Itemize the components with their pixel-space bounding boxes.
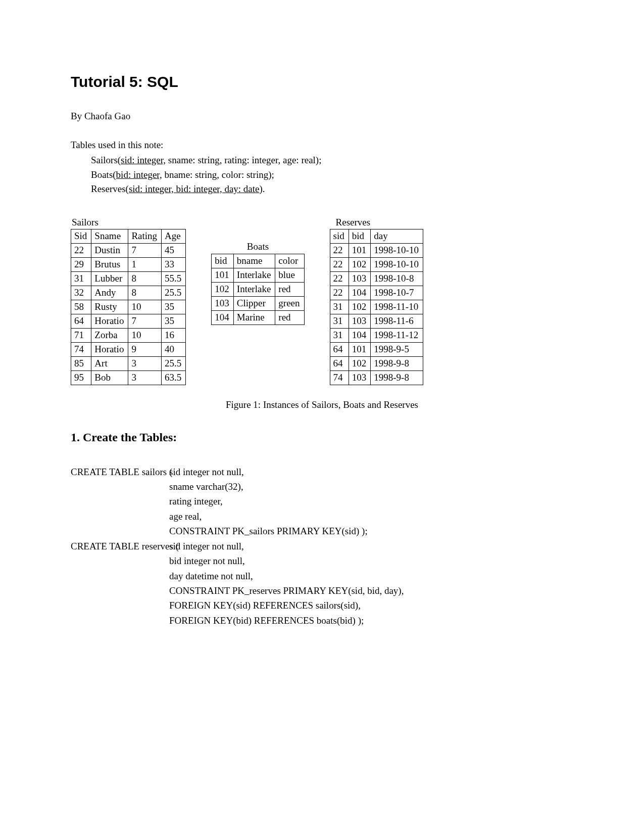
boats-cell: Marine [233,310,275,325]
reserves-cell: 31 [330,314,349,328]
sailors-cell: 3 [128,370,162,385]
boats-header-cell: bid [212,254,234,268]
sailors-header-cell: Sid [71,229,91,243]
table-row: 221031998-10-8 [330,271,423,286]
reserves-cell: 1998-10-10 [371,257,423,271]
table-row: 311031998-11-6 [330,314,423,328]
reserves-cell: 31 [330,300,349,314]
sailors-cell: Rusty [91,300,128,314]
sailors-cell: 8 [128,286,162,300]
boats-cell: 103 [212,296,234,310]
reserves-cell: 101 [349,243,371,257]
reserves-cell: 103 [349,271,371,286]
table-row: 101Interlakeblue [212,268,304,282]
sailors-cell: 35 [162,314,186,328]
reserves-cell: 31 [330,328,349,342]
sailors-title: Sailors [72,217,186,228]
sailors-header-cell: Sname [91,229,128,243]
sailors-cell: 8 [128,271,162,286]
sailors-cell: 29 [71,257,91,271]
boats-cell: Interlake [233,268,275,282]
reserves-cell: 101 [349,342,371,356]
reserves-cell: 1998-10-7 [371,286,423,300]
sailors-cell: Zorba [91,328,128,342]
sailors-cell: 10 [128,328,162,342]
sailors-cell: 25.5 [162,356,186,370]
reserves-cell: 102 [349,356,371,370]
sailors-header-cell: Age [162,229,186,243]
reserves-header-cell: bid [349,229,371,243]
table-row: 641011998-9-5 [330,342,423,356]
sailors-cell: 33 [162,257,186,271]
sql-reserves-left: CREATE TABLE reserves ( [71,539,169,628]
reserves-cell: 104 [349,328,371,342]
schema-boats: Boats(bid: integer, bname: string, color… [91,168,573,182]
sailors-cell: 25.5 [162,286,186,300]
reserves-cell: 103 [349,370,371,385]
reserves-title: Reserves [336,217,423,228]
sailors-block: Sailors SidSnameRatingAge22Dustin74529Br… [71,217,186,385]
table-row: 95Bob363.5 [71,370,186,385]
reserves-cell: 22 [330,271,349,286]
reserves-cell: 64 [330,356,349,370]
sailors-cell: Horatio [91,342,128,356]
sql-block: CREATE TABLE sailors ( sid integer not n… [71,465,573,628]
sailors-header-cell: Rating [128,229,162,243]
sql-sailors-right: sid integer not null, sname varchar(32),… [169,465,573,539]
schema-sailors-key: sid: integer, [121,155,166,165]
reserves-cell: 1998-11-10 [371,300,423,314]
schema-reserves-pre: Reserves( [91,183,129,194]
schema-block: Sailors(sid: integer, sname: string, rat… [91,153,573,197]
sailors-cell: Dustin [91,243,128,257]
reserves-cell: 22 [330,286,349,300]
sailors-cell: 9 [128,342,162,356]
table-row: 32Andy825.5 [71,286,186,300]
table-row: 64Horatio735 [71,314,186,328]
table-row: 85Art325.5 [71,356,186,370]
schema-boats-pre: Boats( [91,169,116,180]
reserves-header-cell: sid [330,229,349,243]
sailors-cell: Lubber [91,271,128,286]
sailors-cell: 40 [162,342,186,356]
sailors-cell: 35 [162,300,186,314]
intro-line: Tables used in this note: [71,140,573,151]
page-title: Tutorial 5: SQL [71,73,573,90]
sailors-cell: 45 [162,243,186,257]
sailors-table: SidSnameRatingAge22Dustin74529Brutus1333… [71,229,186,385]
table-row: 221041998-10-7 [330,286,423,300]
sailors-cell: 63.5 [162,370,186,385]
boats-cell: 102 [212,282,234,296]
boats-header-cell: color [275,254,304,268]
reserves-cell: 1998-9-8 [371,370,423,385]
sailors-cell: 1 [128,257,162,271]
boats-cell: 101 [212,268,234,282]
table-row: 741031998-9-8 [330,370,423,385]
boats-title: Boats [211,241,304,252]
reserves-block: Reserves sidbidday221011998-10-102210219… [330,217,423,385]
figure-caption: Figure 1: Instances of Sailors, Boats an… [71,399,573,410]
author-line: By Chaofa Gao [71,111,573,122]
boats-cell: red [275,282,304,296]
schema-sailors-post: sname: string, rating: integer, age: rea… [166,155,321,165]
boats-cell: red [275,310,304,325]
boats-cell: 104 [212,310,234,325]
sailors-cell: Horatio [91,314,128,328]
reserves-cell: 74 [330,370,349,385]
reserves-table: sidbidday221011998-10-10221021998-10-102… [330,229,423,385]
sailors-cell: 22 [71,243,91,257]
sql-reserves-right: sid integer not null, bid integer not nu… [169,539,573,628]
sailors-cell: Brutus [91,257,128,271]
sailors-cell: 16 [162,328,186,342]
section-1-title: 1. Create the Tables: [71,431,573,444]
boats-header-cell: bname [233,254,275,268]
table-row: 29Brutus133 [71,257,186,271]
reserves-cell: 1998-11-6 [371,314,423,328]
reserves-cell: 1998-10-8 [371,271,423,286]
reserves-header-cell: day [371,229,423,243]
sailors-cell: 7 [128,314,162,328]
table-row: 22Dustin745 [71,243,186,257]
tables-row: Sailors SidSnameRatingAge22Dustin74529Br… [71,217,573,385]
reserves-cell: 22 [330,243,349,257]
table-row: 31Lubber855.5 [71,271,186,286]
schema-reserves: Reserves(sid: integer, bid: integer, day… [91,182,573,197]
